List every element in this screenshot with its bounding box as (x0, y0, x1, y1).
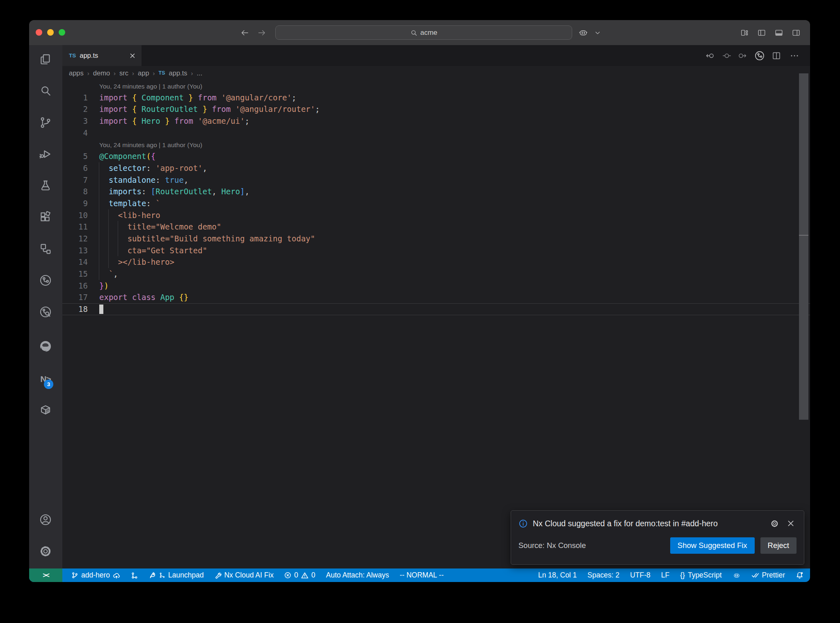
maximize-window-button[interactable] (59, 29, 65, 36)
toggle-primary-sidebar-button[interactable] (756, 27, 767, 39)
open-changes-button[interactable] (721, 50, 732, 61)
cursor-position-item[interactable]: Ln 18, Col 1 (538, 571, 577, 580)
code-line[interactable]: 6 selector: 'app-root', (62, 162, 810, 174)
customize-layout-button[interactable] (739, 27, 750, 39)
sidebar-item-search[interactable] (36, 81, 55, 101)
warning-count: 0 (311, 571, 315, 580)
next-change-button[interactable] (737, 50, 748, 61)
cloud-upload-icon (113, 572, 120, 579)
chevron-right-icon: › (191, 70, 193, 77)
problems-item[interactable]: 0 0 (284, 571, 315, 580)
search-value: acme (420, 29, 438, 37)
copilot-menu-chevron[interactable] (592, 27, 603, 39)
sidebar-item-hierarchy[interactable] (36, 239, 55, 259)
code-line[interactable]: 11 title="Welcmoe demo" (62, 221, 810, 233)
open-commit-graph-button[interactable] (754, 50, 765, 61)
code-line[interactable]: 5@Component({ (62, 150, 810, 162)
indentation-item[interactable]: Spaces: 2 (587, 571, 619, 580)
title-bar: acme (29, 20, 810, 45)
notification-source: Source: Nx Console (518, 541, 664, 550)
graph-icon (131, 572, 138, 579)
commit-graph-item[interactable] (131, 572, 138, 579)
git-branch-item[interactable]: add-hero (71, 571, 120, 580)
close-window-button[interactable] (36, 29, 42, 36)
minimize-window-button[interactable] (47, 29, 54, 36)
code-line[interactable]: 10 <lib-hero (62, 209, 810, 221)
code-line[interactable]: 3import { Hero } from '@acme/ui'; (62, 115, 810, 127)
sidebar-item-gitlens-inspect[interactable] (36, 302, 55, 322)
sidebar-item-edge-tools[interactable] (36, 337, 55, 356)
customize-layout-icon (740, 28, 749, 37)
toggle-secondary-sidebar-button[interactable] (790, 27, 802, 39)
indentation-label: Spaces: 2 (587, 571, 619, 580)
nx-badge: 3 (44, 380, 53, 389)
copilot-status-item[interactable] (733, 571, 741, 580)
breadcrumb: apps› demo› src› app› TS app.ts› ... (62, 66, 810, 80)
navigate-forward-button[interactable] (256, 27, 268, 39)
tab-bar: TS app.ts (62, 45, 810, 66)
sidebar-item-run-debug[interactable] (36, 144, 55, 164)
code-line[interactable]: 8 imports: [RouterOutlet, Hero], (62, 186, 810, 198)
code-line[interactable]: 14 ></lib-hero> (62, 256, 810, 268)
breadcrumb-overflow[interactable]: ... (197, 69, 203, 77)
code-line[interactable]: 17export class App {} (62, 291, 810, 303)
code-line[interactable]: 16}) (62, 280, 810, 292)
ellipsis-icon (790, 51, 799, 61)
merge-icon (159, 572, 165, 578)
show-suggested-fix-button[interactable]: Show Suggested Fix (670, 537, 755, 554)
code-line[interactable]: 9 template: ` (62, 198, 810, 209)
code-line[interactable]: 12 subtitle="Build something amazing tod… (62, 233, 810, 245)
breadcrumb-item[interactable]: apps (69, 69, 84, 77)
sidebar-item-source-control[interactable] (36, 113, 55, 132)
command-center-search[interactable]: acme (275, 25, 572, 40)
launchpad-item[interactable]: Launchpad (149, 571, 204, 580)
previous-change-button[interactable] (705, 50, 715, 61)
chevron-right-icon: › (132, 70, 134, 77)
code-line[interactable]: 4 (62, 127, 810, 139)
encoding-item[interactable]: UTF-8 (630, 571, 651, 580)
code-line[interactable]: 13 cta="Get Started" (62, 245, 810, 257)
arrow-right-icon (257, 28, 266, 37)
tab-label: app.ts (80, 52, 98, 59)
breadcrumb-item[interactable]: app (138, 69, 149, 77)
sidebar-item-commit-graph[interactable] (36, 271, 55, 290)
eol-item[interactable]: LF (661, 571, 669, 580)
more-actions-button[interactable] (789, 50, 800, 61)
code-line[interactable]: 18 (62, 303, 810, 315)
nx-cloud-ai-fix-item[interactable]: Nx Cloud AI Fix (215, 571, 274, 580)
circle-branch-icon (39, 274, 52, 287)
language-item[interactable]: {} TypeScript (680, 571, 721, 580)
breadcrumb-item[interactable]: src (119, 69, 128, 77)
notification-settings-button[interactable] (769, 518, 780, 529)
notifications-bell-item[interactable] (796, 571, 803, 579)
sidebar-item-explorer[interactable] (36, 50, 55, 69)
auto-attach-item[interactable]: Auto Attach: Always (326, 571, 389, 580)
account-button[interactable] (36, 510, 55, 530)
tab-app-ts[interactable]: TS app.ts (62, 45, 142, 66)
error-icon (284, 572, 291, 579)
code-line[interactable]: 15 `, (62, 268, 810, 280)
editor-scrollbar[interactable] (799, 73, 808, 420)
copilot-button[interactable] (578, 27, 589, 39)
panel-bottom-icon (774, 28, 783, 37)
sidebar-item-extensions[interactable] (36, 207, 55, 227)
settings-button[interactable] (36, 541, 55, 561)
breadcrumb-item[interactable]: demo (93, 69, 110, 77)
prettier-item[interactable]: Prettier (751, 571, 785, 580)
editor[interactable]: You, 24 minutes ago | 1 author (You)1imp… (62, 80, 810, 568)
code-line[interactable]: 2import { RouterOutlet } from '@angular/… (62, 103, 810, 115)
notification-close-button[interactable] (785, 518, 797, 529)
vim-mode-item[interactable]: -- NORMAL -- (399, 571, 443, 580)
code-line[interactable]: 1import { Component } from '@angular/cor… (62, 92, 810, 104)
chevron-right-icon: › (114, 70, 116, 77)
navigate-back-button[interactable] (239, 27, 251, 39)
reject-button[interactable]: Reject (760, 537, 797, 554)
toggle-panel-button[interactable] (773, 27, 785, 39)
breadcrumb-file[interactable]: app.ts (169, 69, 187, 77)
close-tab-button[interactable] (129, 52, 136, 59)
sidebar-item-containers[interactable] (36, 400, 55, 420)
split-editor-button[interactable] (771, 50, 782, 61)
remote-indicator[interactable]: >< (29, 568, 62, 582)
code-line[interactable]: 7 standalone: true, (62, 174, 810, 186)
sidebar-item-testing[interactable] (36, 176, 55, 196)
